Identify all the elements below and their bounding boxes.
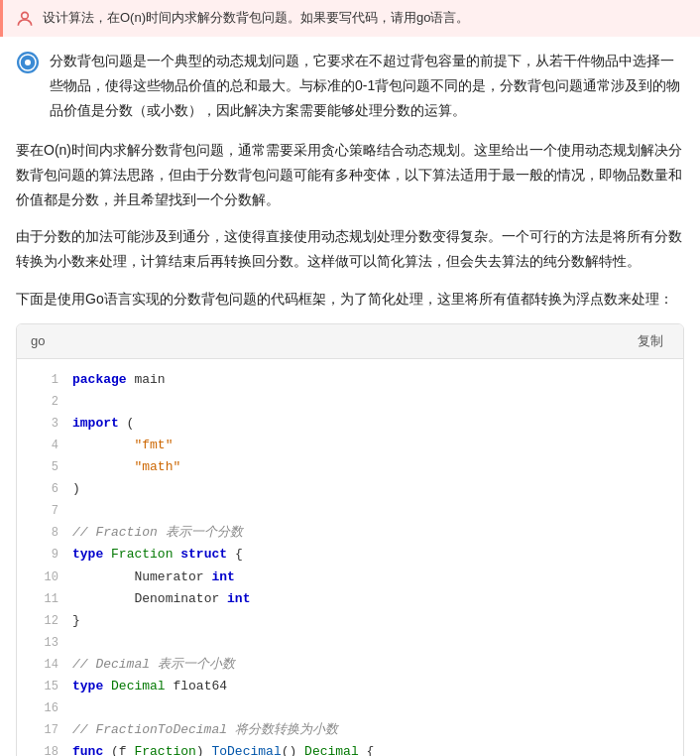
- para2: 要在O(n)时间内求解分数背包问题，通常需要采用贪心策略结合动态规划。这里给出一…: [16, 138, 684, 213]
- code-line: 11 Denominator int: [17, 588, 683, 610]
- banner-text: 设计算法，在O(n)时间内求解分数背包问题。如果要写代码，请用go语言。: [43, 8, 469, 29]
- code-line: 12 }: [17, 610, 683, 632]
- svg-point-3: [25, 60, 31, 65]
- code-body: 1 package main 2 3 import ( 4 "fmt" 5: [17, 359, 683, 756]
- para3: 由于分数的加法可能涉及到通分，这使得直接使用动态规划处理分数变得复杂。一个可行的…: [16, 224, 684, 274]
- intro-section: 分数背包问题是一个典型的动态规划问题，它要求在不超过背包容量的前提下，从若干件物…: [16, 49, 684, 124]
- code-block: go 复制 1 package main 2 3 import ( 4: [16, 323, 684, 756]
- ai-icon: [16, 51, 40, 74]
- svg-point-0: [22, 12, 29, 19]
- copy-button[interactable]: 复制: [632, 330, 669, 352]
- content-area: 分数背包问题是一个典型的动态规划问题，它要求在不超过背包容量的前提下，从若干件物…: [0, 37, 700, 756]
- code-line: 7: [17, 500, 683, 522]
- code-line: 14 // Decimal 表示一个小数: [17, 654, 683, 676]
- code-line: 18 func (f Fraction) ToDecimal() Decimal…: [17, 741, 683, 756]
- code-lang: go: [31, 333, 45, 348]
- code-header: go 复制: [17, 324, 683, 359]
- code-line: 4 "fmt": [17, 435, 683, 456]
- intro-paragraphs: 分数背包问题是一个典型的动态规划问题，它要求在不超过背包容量的前提下，从若干件物…: [50, 49, 684, 124]
- code-line: 8 // Fraction 表示一个分数: [17, 522, 683, 544]
- code-line: 15 type Decimal float64: [17, 676, 683, 697]
- user-icon: [15, 9, 35, 29]
- para4: 下面是使用Go语言实现的分数背包问题的代码框架，为了简化处理，这里将所有值都转换…: [16, 287, 684, 312]
- code-line: 3 import (: [17, 413, 683, 435]
- code-line: 6 ): [17, 478, 683, 500]
- code-line: 10 Numerator int: [17, 567, 683, 588]
- code-line: 16: [17, 697, 683, 719]
- code-line: 17 // FractionToDecimal 将分数转换为小数: [17, 719, 683, 741]
- intro-para1: 分数背包问题是一个典型的动态规划问题，它要求在不超过背包容量的前提下，从若干件物…: [50, 49, 684, 124]
- code-line: 13: [17, 632, 683, 654]
- code-line: 2: [17, 391, 683, 413]
- top-banner: 设计算法，在O(n)时间内求解分数背包问题。如果要写代码，请用go语言。: [0, 0, 700, 37]
- code-line: 9 type Fraction struct {: [17, 544, 683, 566]
- code-line: 5 "math": [17, 456, 683, 478]
- code-line: 1 package main: [17, 369, 683, 391]
